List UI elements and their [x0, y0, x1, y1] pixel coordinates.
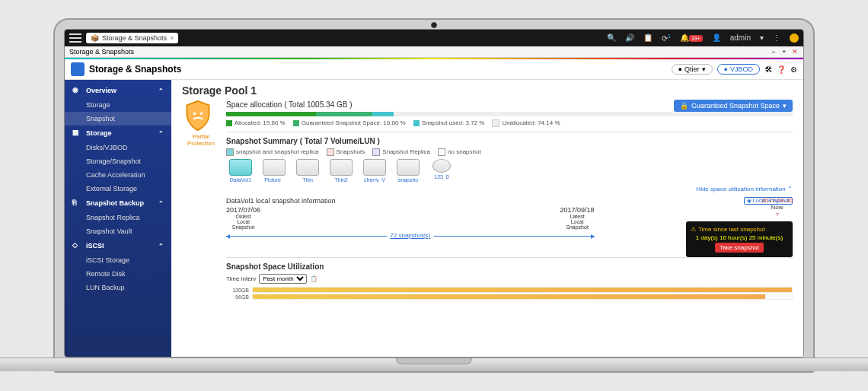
warning-icon: ⚠: [691, 226, 696, 233]
oldest-snapshot: 2017/07/06 Oldest Local Snapshot: [226, 206, 260, 230]
search-icon[interactable]: 🔍: [607, 33, 616, 42]
snapshot-count-link[interactable]: 72 snapshot(s): [387, 232, 433, 239]
clipboard-icon[interactable]: 📋: [310, 275, 318, 282]
chevron-down-icon[interactable]: ▾: [760, 33, 764, 42]
svg-point-1: [200, 112, 203, 115]
sidebar-item-lunbackup[interactable]: LUN Backup: [65, 281, 171, 294]
menu-icon[interactable]: [69, 33, 81, 43]
app-icon: [71, 62, 85, 76]
sidebar: ◉Overview⌃ Storage Snapshot ▦Storage⌃ Di…: [65, 80, 171, 357]
app-title: Storage & Snapshots: [89, 64, 181, 75]
sidebar-item-iscsistorage[interactable]: iSCSI Storage: [65, 253, 171, 267]
user-icon[interactable]: 👤: [712, 33, 721, 42]
latest-snapshot: 2017/09/18 Latest Local Snapshot: [560, 206, 595, 230]
page-title: Storage Pool 1: [182, 84, 793, 97]
notif-icon[interactable]: 🔔19+: [680, 33, 703, 42]
user-name[interactable]: admin: [730, 33, 751, 42]
main-content: Storage Pool 1 Partial Protection Space …: [171, 80, 803, 357]
app-toolbar: Storage & Snapshots ● Qtier ▾ ● VJBOD 🛠 …: [65, 59, 803, 80]
svg-point-0: [193, 112, 196, 115]
utilization-chart: 120GB 96GB: [226, 287, 793, 300]
camera: [431, 22, 437, 28]
filter-legend: snapshot and snapshot replica Snapshots …: [226, 148, 793, 156]
sidebar-storage[interactable]: ▦Storage⌃: [65, 126, 171, 141]
tab-label: Storage & Snapshots: [102, 34, 167, 42]
help-icon[interactable]: ❓: [777, 65, 786, 74]
volume-icon[interactable]: 🔊: [625, 33, 634, 42]
alloc-legend: Allocated: 15.86 % Guaranteed Snapshot S…: [226, 119, 793, 127]
take-snapshot-button[interactable]: Take snapshot: [715, 243, 764, 253]
sidebar-item-remotedisk[interactable]: Remote Disk: [65, 267, 171, 281]
sidebar-overview[interactable]: ◉Overview⌃: [65, 83, 171, 98]
time-interval-label: Time interv: [226, 275, 256, 282]
close-icon[interactable]: ✕: [791, 48, 799, 56]
now-column: 2017-09-20 Now ▿: [761, 197, 793, 218]
sidebar-item-snapshot[interactable]: Snapshot: [65, 112, 171, 126]
app-tab[interactable]: 📦 Storage & Snapshots ×: [86, 33, 178, 43]
tab-close[interactable]: ×: [170, 34, 174, 42]
status-dot[interactable]: [790, 33, 799, 43]
volume-item[interactable]: Thin2: [327, 159, 356, 183]
sidebar-item-external[interactable]: External Storage: [65, 182, 171, 196]
tools-icon[interactable]: 🛠: [764, 65, 772, 74]
volume-item[interactable]: 123_0: [427, 159, 456, 183]
qtier-button[interactable]: ● Qtier ▾: [672, 64, 713, 75]
volume-item[interactable]: snapsho: [394, 159, 423, 183]
volume-item[interactable]: cherry_V: [360, 159, 389, 183]
guaranteed-space-button[interactable]: 🔒 Guaranteed Snapshot Space ▾: [674, 100, 793, 112]
shield-icon: [182, 100, 214, 132]
task-icon[interactable]: 📋: [643, 33, 653, 42]
last-snapshot-tooltip: ⚠Time since last snapshot 1 day(s) 16 ho…: [686, 221, 793, 257]
volume-item[interactable]: DataVol1: [226, 159, 255, 183]
laptop-base: [0, 358, 868, 371]
system-topbar: 📦 Storage & Snapshots × 🔍 🔊 📋 ⟳1 🔔19+ 👤 …: [65, 30, 803, 46]
allocation-bar: [226, 112, 793, 116]
hide-utilization-link[interactable]: Hide space utilization information ⌃: [226, 186, 793, 192]
minimize-icon[interactable]: −: [770, 48, 777, 56]
volume-item[interactable]: Picture_: [260, 159, 289, 183]
snapshot-timeline: 72 snapshot(s): [226, 236, 595, 237]
info-title: DataVol1 local snapshot information: [226, 197, 336, 205]
sidebar-backup[interactable]: ⎘Snapshot Backup⌃: [65, 196, 171, 211]
sidebar-iscsi[interactable]: ◇iSCSI⌃: [65, 238, 171, 253]
volume-item[interactable]: Thin: [293, 159, 322, 183]
more-icon[interactable]: ⋮: [773, 33, 780, 42]
volumes-list: DataVol1 Picture_ Thin Thin2 cherry_V sn…: [226, 159, 793, 183]
summary-title: Snapshot Summary ( Total 7 Volume/LUN ): [226, 137, 793, 145]
settings-icon[interactable]: ⚙: [790, 65, 797, 74]
sidebar-item-storage[interactable]: Storage: [65, 98, 171, 112]
time-interval-select[interactable]: Past month: [259, 274, 307, 284]
sidebar-item-replica[interactable]: Snapshot Replica: [65, 211, 171, 224]
sidebar-item-vault[interactable]: Snapshot Vault: [65, 224, 171, 238]
sidebar-item-disks[interactable]: Disks/VJBOD: [65, 141, 171, 154]
maximize-icon[interactable]: +: [780, 48, 788, 56]
window-titlebar: Storage & Snapshots − + ✕: [65, 46, 803, 58]
tab-icon: 📦: [91, 34, 99, 42]
utilization-title: Snapshot Space Utilization: [226, 262, 793, 271]
vjbod-button[interactable]: ● VJBOD: [717, 64, 760, 75]
sidebar-item-storagesnap[interactable]: Storage/Snapshot: [65, 154, 171, 168]
alloc-title: Space allocation ( Total 1005.34 GB ): [226, 100, 352, 109]
refresh-icon[interactable]: ⟳1: [662, 33, 671, 43]
sidebar-item-cache[interactable]: Cache Acceleration: [65, 168, 171, 182]
protection-status: Partial Protection: [182, 133, 220, 147]
window-title: Storage & Snapshots: [69, 48, 134, 56]
